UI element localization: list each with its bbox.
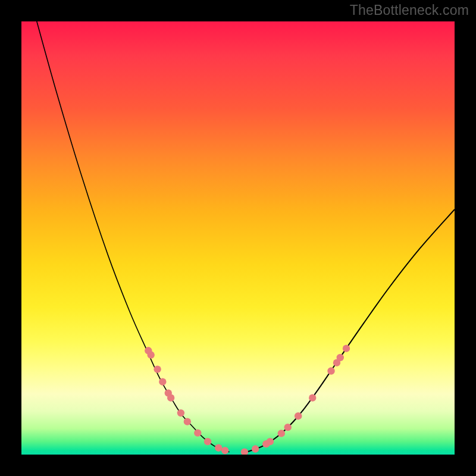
data-marker: [215, 444, 222, 452]
data-marker: [177, 409, 184, 416]
plot-area: [21, 21, 455, 455]
chart-frame: TheBottleneck.com: [0, 0, 476, 476]
data-marker: [252, 445, 259, 452]
data-marker: [221, 447, 228, 454]
data-marker: [337, 354, 344, 361]
data-marker: [309, 394, 316, 401]
curve-right-branch: [247, 209, 455, 452]
data-marker: [159, 378, 166, 385]
curve-layer: [21, 21, 455, 455]
data-marker: [241, 448, 248, 455]
markers-right: [241, 345, 350, 455]
data-marker: [147, 351, 154, 358]
data-marker: [284, 424, 292, 431]
markers-left: [145, 347, 228, 454]
watermark-text: TheBottleneck.com: [350, 2, 469, 18]
data-marker: [267, 438, 274, 445]
data-marker: [278, 430, 285, 437]
curve-left-branch: [35, 21, 230, 452]
data-marker: [194, 429, 201, 436]
data-marker: [343, 345, 350, 352]
data-marker: [154, 365, 161, 372]
data-marker: [204, 438, 211, 445]
data-marker: [184, 418, 191, 425]
data-marker: [167, 394, 174, 401]
data-marker: [295, 412, 302, 419]
data-marker: [327, 367, 334, 374]
